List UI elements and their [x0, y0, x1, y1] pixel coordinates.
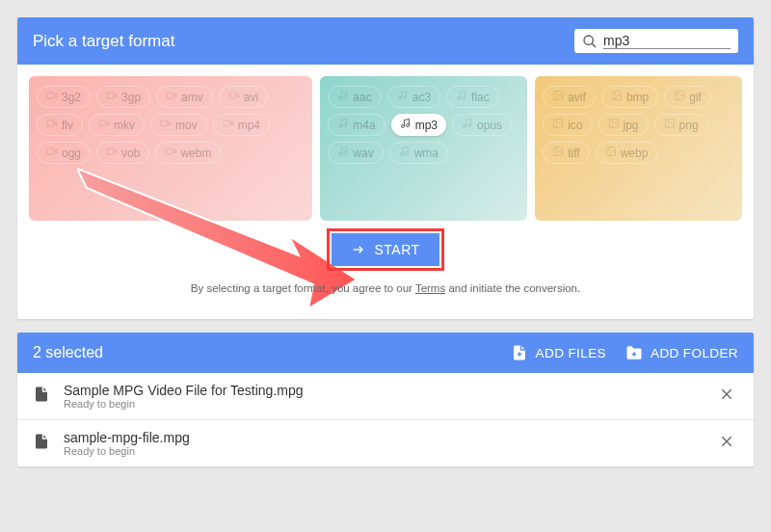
- terms-text: By selecting a target format, you agree …: [191, 282, 580, 294]
- chip-label: bmp: [626, 91, 649, 104]
- video-icon: [98, 118, 110, 132]
- svg-rect-16: [224, 120, 230, 126]
- file-text: sample-mpg-file.mpgReady to begin: [64, 430, 715, 457]
- music-icon: [456, 90, 467, 104]
- svg-rect-10: [47, 120, 54, 126]
- svg-point-28: [458, 97, 461, 100]
- format-chip-wma[interactable]: wma: [389, 142, 448, 164]
- format-chip-tiff[interactable]: tiff: [543, 142, 589, 164]
- format-chip-avi[interactable]: avi: [219, 86, 268, 108]
- format-chip-gif[interactable]: gif: [664, 86, 711, 108]
- start-button[interactable]: START: [332, 233, 439, 266]
- chip-label: webp: [621, 146, 649, 160]
- format-chip-m4a[interactable]: m4a: [328, 114, 385, 136]
- svg-rect-4: [107, 93, 114, 98]
- file-status: Ready to begin: [64, 445, 715, 457]
- format-chip-png[interactable]: png: [654, 114, 708, 136]
- format-chip-mp3[interactable]: mp3: [391, 114, 446, 136]
- video-icon: [166, 90, 177, 104]
- svg-point-49: [611, 121, 613, 123]
- format-chip-mp4[interactable]: mp4: [213, 114, 270, 136]
- format-chip-opus[interactable]: opus: [452, 114, 512, 136]
- file-name: Sample MPG Video File for Testing.mpg: [64, 383, 715, 398]
- format-picker-card: Pick a target format 3g23gpamvaviflvmkvm…: [17, 17, 754, 319]
- file-add-icon: [511, 344, 528, 361]
- chip-label: gif: [689, 91, 702, 104]
- format-chip-wav[interactable]: wav: [328, 142, 383, 164]
- chip-label: mkv: [114, 119, 135, 132]
- format-chip-vob[interactable]: vob: [96, 142, 149, 164]
- svg-point-32: [401, 125, 404, 128]
- search-input[interactable]: [603, 33, 731, 49]
- terms-link[interactable]: Terms: [415, 282, 445, 294]
- svg-point-35: [468, 124, 471, 127]
- svg-point-53: [556, 149, 558, 151]
- file-text: Sample MPG Video File for Testing.mpgRea…: [64, 383, 715, 410]
- chip-label: flv: [62, 119, 73, 132]
- music-icon: [400, 118, 412, 132]
- start-highlight: START: [327, 228, 443, 271]
- close-icon: [719, 436, 734, 452]
- chip-label: m4a: [353, 119, 375, 132]
- svg-point-31: [344, 124, 347, 127]
- video-icon: [106, 146, 118, 160]
- chip-label: ac3: [412, 91, 431, 104]
- format-chip-webm[interactable]: webm: [155, 142, 221, 164]
- video-formats-card[interactable]: 3g23gpamvaviflvmkvmovmp4oggvobwebm: [29, 76, 312, 221]
- video-icon: [46, 146, 58, 160]
- format-chip-flv[interactable]: flv: [37, 114, 83, 136]
- add-files-label: ADD FILES: [536, 346, 606, 360]
- svg-point-51: [667, 121, 669, 123]
- image-icon: [552, 118, 564, 132]
- format-chip-ac3[interactable]: ac3: [387, 86, 440, 108]
- music-icon: [337, 146, 349, 160]
- search-box[interactable]: [574, 29, 738, 53]
- format-chip-aac[interactable]: aac: [328, 86, 381, 108]
- format-chip-jpg[interactable]: jpg: [598, 114, 649, 136]
- music-icon: [462, 118, 473, 132]
- svg-point-43: [614, 93, 616, 95]
- format-chip-amv[interactable]: amv: [156, 86, 213, 108]
- add-files-button[interactable]: ADD FILES: [511, 344, 606, 361]
- chip-label: aac: [353, 91, 371, 104]
- add-folder-button[interactable]: ADD FOLDER: [625, 344, 738, 361]
- format-chip-mov[interactable]: mov: [150, 114, 207, 136]
- svg-line-1: [592, 43, 596, 47]
- format-chip-flac[interactable]: flac: [446, 86, 499, 108]
- file-icon: [33, 386, 50, 407]
- chip-label: 3g2: [62, 91, 81, 104]
- chip-label: wma: [414, 146, 439, 160]
- remove-file-button[interactable]: [715, 383, 738, 410]
- image-icon: [674, 90, 685, 104]
- action-row: START By selecting a target format, you …: [29, 221, 742, 307]
- file-list: Sample MPG Video File for Testing.mpgRea…: [17, 373, 754, 466]
- svg-point-30: [339, 125, 342, 128]
- format-chip-3g2[interactable]: 3g2: [37, 86, 91, 108]
- svg-point-0: [584, 36, 593, 44]
- format-chip-ogg[interactable]: ogg: [37, 142, 91, 164]
- add-folder-label: ADD FOLDER: [651, 346, 738, 360]
- svg-point-47: [556, 121, 558, 123]
- format-chip-ico[interactable]: ico: [543, 114, 592, 136]
- format-chip-mkv[interactable]: mkv: [89, 114, 145, 136]
- video-icon: [228, 90, 240, 104]
- audio-formats-card[interactable]: aacac3flacm4amp3opuswavwma: [320, 76, 527, 221]
- svg-point-25: [344, 96, 347, 99]
- format-chip-bmp[interactable]: bmp: [601, 86, 658, 108]
- image-formats-card[interactable]: avifbmpgificojpgpngtiffwebp: [535, 76, 742, 221]
- svg-rect-12: [99, 120, 106, 126]
- svg-point-29: [463, 96, 465, 99]
- remove-file-button[interactable]: [715, 430, 738, 457]
- svg-rect-18: [47, 148, 54, 154]
- format-chip-webp[interactable]: webp: [596, 142, 658, 164]
- image-icon: [664, 118, 676, 132]
- file-icon: [33, 433, 50, 454]
- format-chip-avif[interactable]: avif: [543, 86, 596, 108]
- svg-rect-20: [107, 148, 114, 154]
- close-icon: [719, 388, 734, 405]
- format-chip-3gp[interactable]: 3gp: [96, 86, 150, 108]
- file-row: Sample MPG Video File for Testing.mpgRea…: [17, 373, 754, 420]
- svg-point-26: [398, 97, 401, 100]
- arrow-right-icon: [351, 242, 366, 257]
- svg-point-45: [678, 93, 679, 95]
